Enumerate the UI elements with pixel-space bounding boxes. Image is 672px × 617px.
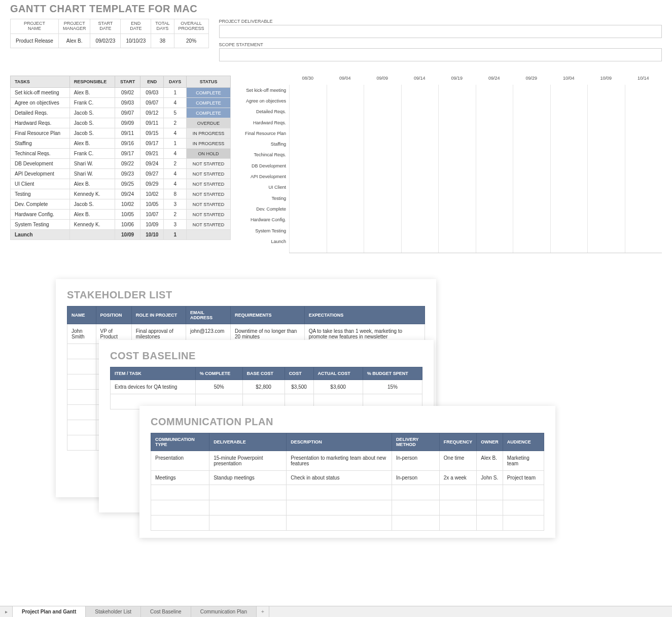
- status-cell: ON HOLD: [187, 149, 231, 159]
- task-cell: [69, 230, 115, 240]
- tab-scroll-icon[interactable]: ▸: [0, 606, 13, 617]
- card-cell: Marketing team: [503, 451, 544, 471]
- gantt-row-label: Techincal Reqs.: [238, 152, 289, 157]
- task-cell: Frank C.: [69, 149, 115, 159]
- gantt-tick: 10/09: [587, 76, 625, 85]
- task-cell: 3: [164, 220, 187, 230]
- task-row: Set kick-off meetingAlex B.09/0209/031CO…: [11, 88, 231, 98]
- task-cell: Alex B.: [69, 210, 115, 220]
- task-cell: 09/16: [115, 139, 140, 149]
- gantt-row: UI Client: [238, 182, 662, 193]
- card-cell: Presentation to marketing team about new…: [287, 451, 392, 471]
- card-header: DESCRIPTION: [287, 433, 392, 451]
- task-cell: 2: [164, 118, 187, 128]
- task-cell: Alex B.: [69, 139, 115, 149]
- task-cell: Jacob S.: [69, 199, 115, 210]
- sheet-tab[interactable]: Cost Baseline: [141, 606, 191, 617]
- card-header: ITEM / TASK: [111, 367, 196, 380]
- gantt-row-label: System Testing: [238, 228, 289, 233]
- task-cell: Alex B.: [69, 179, 115, 189]
- task-row: TestingKennedy K.09/2410/028NOT STARTED: [11, 189, 231, 199]
- meta-header: OVERALLPROGRESS: [174, 19, 208, 34]
- card-header: DELIVERABLE: [209, 433, 287, 451]
- status-cell: NOT STARTED: [187, 199, 231, 210]
- card-header: % BUDGET SPENT: [363, 367, 422, 380]
- card-row: MeetingsStandup meetingsCheck in about s…: [151, 471, 544, 485]
- gantt-tick: 10/14: [625, 76, 662, 85]
- gantt-tick: 09/14: [401, 76, 439, 85]
- scope-label: SCOPE STATEMENT: [219, 42, 662, 47]
- card-header: EMAIL ADDRESS: [186, 306, 230, 324]
- card-cell: $2,800: [242, 380, 285, 394]
- card-cell: 15-minute Powerpoint presentation: [209, 451, 287, 471]
- deliverable-input[interactable]: [219, 25, 662, 38]
- sheet-tab[interactable]: Communication Plan: [191, 606, 257, 617]
- task-cell: Hardware Config.: [11, 210, 70, 220]
- task-cell: 10/10: [140, 230, 164, 240]
- gantt-row: Testing: [238, 193, 662, 203]
- add-sheet-button[interactable]: +: [257, 606, 269, 617]
- task-cell: 10/06: [115, 220, 140, 230]
- comm-card: COMMUNICATION PLAN COMMUNICATION TYPEDEL…: [139, 406, 555, 538]
- task-header: RESPONSIBLE: [69, 76, 115, 88]
- task-cell: 09/22: [115, 159, 140, 169]
- gantt-tick: 09/24: [476, 76, 513, 85]
- task-cell: 3: [164, 199, 187, 210]
- task-cell: System Testing: [11, 220, 70, 230]
- status-cell: [187, 230, 231, 240]
- comm-title: COMMUNICATION PLAN: [151, 416, 544, 428]
- task-table: TASKSRESPONSIBLESTARTENDDAYSSTATUS Set k…: [10, 76, 231, 240]
- meta-header: PROJECTMANAGER: [58, 19, 90, 34]
- task-header: TASKS: [11, 76, 70, 88]
- meta-header: PROJECTNAME: [11, 19, 59, 34]
- status-cell: NOT STARTED: [187, 210, 231, 220]
- task-cell: 4: [164, 128, 187, 139]
- status-cell: OVERDUE: [187, 118, 231, 128]
- status-cell: NOT STARTED: [187, 159, 231, 169]
- sheet-tab[interactable]: Stakeholder List: [86, 606, 141, 617]
- card-header: EXPECTATIONS: [304, 306, 425, 324]
- status-cell: IN PROGRESS: [187, 139, 231, 149]
- gantt-row-label: UI Client: [238, 185, 289, 190]
- task-cell: 4: [164, 179, 187, 189]
- task-cell: 10/07: [140, 210, 164, 220]
- card-cell: One time: [439, 451, 477, 471]
- task-cell: 10/02: [115, 199, 140, 210]
- card-header: OWNER: [477, 433, 503, 451]
- card-header: DELIVERY METHOD: [392, 433, 439, 451]
- task-row: System TestingKennedy K.10/0610/093NOT S…: [11, 220, 231, 230]
- page-title: GANTT CHART TEMPLATE FOR MAC: [10, 3, 662, 15]
- task-cell: 10/05: [140, 199, 164, 210]
- gantt-tick: 09/29: [513, 76, 550, 85]
- task-cell: Testing: [11, 189, 70, 199]
- task-cell: Jacob S.: [69, 128, 115, 139]
- status-cell: NOT STARTED: [187, 189, 231, 199]
- meta-header: TOTALDAYS: [151, 19, 174, 34]
- gantt-row-label: Testing: [238, 196, 289, 201]
- card-header: ROLE IN PROJECT: [131, 306, 186, 324]
- status-cell: COMPLETE: [187, 98, 231, 108]
- status-cell: IN PROGRESS: [187, 128, 231, 139]
- sheet-tab[interactable]: Project Plan and Gantt: [13, 606, 86, 617]
- task-row: Final Resource PlanJacob S.09/1109/154IN…: [11, 128, 231, 139]
- task-cell: 09/17: [140, 139, 164, 149]
- card-row: Presentation15-minute Powerpoint present…: [151, 451, 544, 471]
- card-cell: 2x a week: [439, 471, 477, 485]
- task-cell: 09/11: [115, 128, 140, 139]
- task-row: Launch10/0910/101: [11, 230, 231, 240]
- task-cell: Jacob S.: [69, 118, 115, 128]
- gantt-row-label: Hardward Reqs.: [238, 120, 289, 125]
- gantt-row: Hardware Config.: [238, 215, 662, 225]
- task-cell: 09/02: [115, 88, 140, 98]
- gantt-row-label: Hardware Config.: [238, 217, 289, 222]
- gantt-tick: 09/04: [327, 76, 364, 85]
- gantt-row-label: Launch: [238, 239, 289, 244]
- gantt-row-label: Set kick-off meeting: [238, 88, 289, 93]
- scope-input[interactable]: [219, 48, 662, 61]
- task-cell: 09/24: [115, 189, 140, 199]
- meta-header: ENDDATE: [121, 19, 151, 34]
- card-header: ACTUAL COST: [313, 367, 363, 380]
- gantt-row-label: API Development: [238, 174, 289, 179]
- card-empty-row: [151, 500, 544, 516]
- card-cell: Check in about status: [287, 471, 392, 485]
